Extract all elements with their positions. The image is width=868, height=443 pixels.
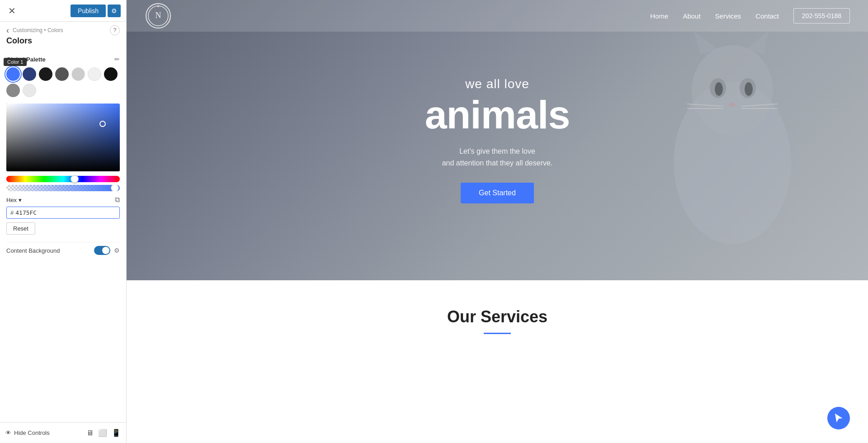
color-swatches [6, 67, 120, 97]
hero-cta-button[interactable]: Get Started [461, 183, 534, 203]
color-swatch-7[interactable] [104, 67, 118, 81]
floating-cursor-icon[interactable] [827, 407, 850, 429]
content-bg-toggle[interactable] [94, 246, 110, 255]
hex-dropdown-icon: ▾ [19, 197, 22, 203]
top-bar: ✕ Publish ⚙ [0, 0, 126, 22]
hue-slider[interactable] [6, 176, 120, 182]
desktop-view-button[interactable]: 🖥 [86, 429, 94, 437]
mobile-view-button[interactable]: 📱 [112, 429, 121, 437]
publish-button[interactable]: Publish [71, 5, 106, 17]
publish-group: Publish ⚙ [71, 5, 121, 17]
alpha-slider[interactable] [6, 185, 120, 191]
hide-controls-label: Hide Controls [14, 429, 50, 436]
cat-image [606, 18, 832, 271]
hero-description: Let's give them the love and attention t… [425, 146, 570, 169]
hero-content: we all love animals Let's give them the … [425, 77, 570, 203]
content-bg-row: Content Background ⚙ [6, 242, 120, 259]
site-logo: N [145, 2, 172, 29]
color-swatch-3[interactable] [39, 67, 52, 81]
hide-controls-button[interactable]: 👁 Hide Controls [5, 429, 50, 436]
nav-about[interactable]: About [683, 12, 700, 20]
nav-contact[interactable]: Contact [755, 12, 779, 20]
desktop-icon: 🖥 [86, 429, 94, 437]
hex-row: Hex ▾ ⧉ [6, 196, 120, 204]
hex-hash: # [10, 209, 14, 216]
hero-title: animals [425, 95, 570, 135]
color-swatch-6[interactable] [88, 67, 101, 81]
bottom-icons: 🖥 ⬜ 📱 [86, 429, 121, 437]
nav-phone[interactable]: 202-555-0188 [793, 8, 850, 24]
hero-desc-line1: Let's give them the love [459, 147, 535, 155]
services-section: Our Services [127, 280, 868, 352]
svg-point-15 [157, 5, 159, 7]
edit-palette-button[interactable]: ✏ [114, 56, 120, 63]
hue-handle [71, 175, 79, 183]
mobile-icon: 📱 [112, 429, 121, 437]
reset-button[interactable]: Reset [6, 222, 35, 235]
svg-point-6 [715, 82, 723, 96]
hero-desc-line2: and attention that they all deserve. [442, 159, 553, 167]
hero-subtitle: we all love [425, 77, 570, 91]
color-swatch-9[interactable] [23, 84, 36, 97]
breadcrumb: Customizing • Colors [13, 27, 63, 33]
close-button[interactable]: ✕ [5, 5, 18, 17]
hero-section: N Home About Services Contact 202-555-01… [127, 0, 868, 280]
help-button[interactable]: ? [110, 25, 120, 35]
svg-point-1 [692, 45, 773, 136]
tablet-icon: ⬜ [98, 429, 107, 437]
settings-button[interactable]: ⚙ [108, 5, 121, 17]
panel-content: Global Palette ✏ Color 1 [0, 50, 126, 422]
nav-links: Home About Services Contact 202-555-0188 [650, 8, 850, 24]
color-swatch-8[interactable] [6, 84, 20, 97]
page-title: Colors [0, 35, 126, 50]
color-swatch-5[interactable] [71, 67, 85, 81]
color-gradient[interactable] [6, 104, 120, 171]
content-bg-label: Content Background [6, 247, 60, 254]
svg-text:N: N [156, 11, 161, 20]
copy-hex-button[interactable]: ⧉ [115, 196, 120, 204]
services-divider [484, 333, 511, 334]
content-bg-settings[interactable]: ⚙ [114, 247, 120, 254]
color-swatch-2[interactable] [23, 67, 36, 81]
left-panel: ✕ Publish ⚙ ‹ Customizing • Colors ? Col… [0, 0, 127, 443]
color-swatch-1[interactable] [6, 67, 20, 81]
logo-circle: N [146, 3, 171, 28]
bottom-bar: 👁 Hide Controls 🖥 ⬜ 📱 [0, 422, 126, 443]
color-picker-area[interactable] [6, 104, 120, 171]
nav-services[interactable]: Services [715, 12, 741, 20]
hex-format-button[interactable]: Hex ▾ [6, 197, 22, 203]
hex-input[interactable] [15, 209, 116, 216]
site-navigation: N Home About Services Contact 202-555-01… [127, 0, 868, 32]
color-tooltip: Color 1 [4, 58, 27, 66]
color-swatch-4[interactable] [55, 67, 69, 81]
nav-home[interactable]: Home [650, 12, 668, 20]
hue-slider-wrap [6, 176, 120, 182]
hex-input-wrap: # [6, 207, 120, 219]
eye-icon: 👁 [5, 429, 11, 436]
alpha-slider-wrap [6, 185, 120, 191]
hex-label: Hex [6, 197, 17, 203]
svg-point-7 [745, 82, 753, 96]
tablet-view-button[interactable]: ⬜ [98, 429, 107, 437]
back-button[interactable]: ‹ [6, 26, 9, 35]
services-title: Our Services [145, 307, 850, 326]
preview-area: N Home About Services Contact 202-555-01… [127, 0, 868, 443]
